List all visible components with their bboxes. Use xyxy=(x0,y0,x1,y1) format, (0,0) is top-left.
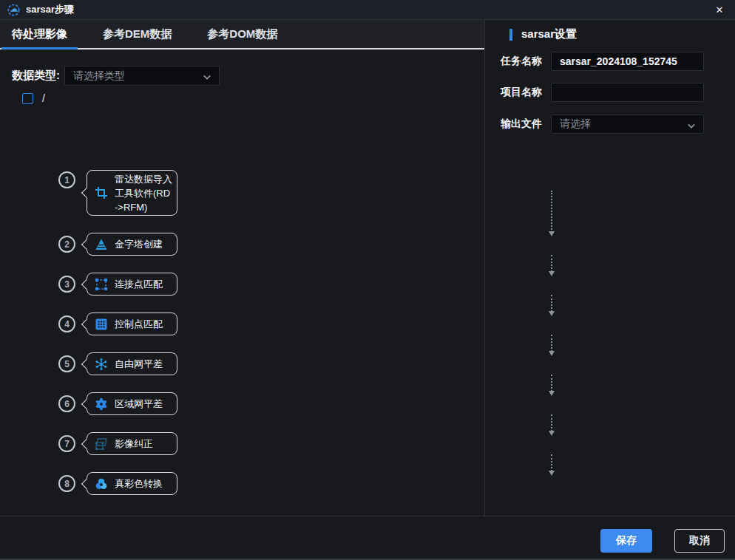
step-connector-arrow xyxy=(551,335,552,355)
crop-import-icon xyxy=(95,186,108,199)
step-pyramid-create[interactable]: 金字塔创建 xyxy=(87,233,177,256)
step-label: 影像纠正 xyxy=(115,437,153,451)
block-network-adjust-icon xyxy=(95,397,108,411)
step-block-network-adjust[interactable]: 区域网平差 xyxy=(87,392,177,415)
step-number-1: 1 xyxy=(58,171,75,188)
step-label: 真彩色转换 xyxy=(115,477,163,491)
step-label: 控制点匹配 xyxy=(115,317,163,331)
step-number-3: 3 xyxy=(58,276,75,293)
step-image-rectify[interactable]: 影像纠正 xyxy=(87,432,177,455)
workflow-steps: 1 雷达数据导入工具软件(RD->RFM) 2 金字塔创建 3 xyxy=(0,0,735,559)
step-number-7: 7 xyxy=(58,435,75,452)
step-free-network-adjust[interactable]: 自由网平差 xyxy=(87,352,177,375)
true-color-convert-icon xyxy=(95,477,108,491)
step-connector-arrow xyxy=(551,454,552,474)
step-label: 自由网平差 xyxy=(115,357,163,371)
tie-point-match-icon xyxy=(95,278,108,291)
step-label: 金字塔创建 xyxy=(115,237,163,251)
step-connector-arrow xyxy=(551,295,552,315)
step-connector-arrow xyxy=(551,255,552,275)
step-true-color-convert[interactable]: 真彩色转换 xyxy=(87,472,177,495)
save-button[interactable]: 保存 xyxy=(600,529,652,553)
step-label: 连接点匹配 xyxy=(115,277,163,291)
footer: 保存 取消 xyxy=(0,516,735,559)
step-connector-arrow xyxy=(551,191,552,235)
step-number-8: 8 xyxy=(58,475,75,492)
step-label: 区域网平差 xyxy=(115,397,163,411)
free-network-adjust-icon xyxy=(95,358,108,371)
step-number-5: 5 xyxy=(58,355,75,372)
step-number-4: 4 xyxy=(58,315,75,332)
step-connector-arrow xyxy=(551,375,552,395)
image-rectify-icon xyxy=(95,437,108,451)
sarsar-steps-dialog: sarsar步骤 ✕ 待处理影像 参考DEM数据 参考DOM数据 数据类型: 请… xyxy=(0,0,735,560)
step-number-2: 2 xyxy=(58,236,75,253)
pyramid-icon xyxy=(95,238,108,251)
step-radar-import[interactable]: 雷达数据导入工具软件(RD->RFM) xyxy=(87,170,177,216)
step-number-6: 6 xyxy=(58,395,75,412)
step-connector-arrow xyxy=(551,414,552,434)
cancel-button[interactable]: 取消 xyxy=(674,529,725,553)
step-control-point-match[interactable]: 控制点匹配 xyxy=(87,313,177,335)
step-tie-point-match[interactable]: 连接点匹配 xyxy=(87,273,177,296)
step-label: 雷达数据导入工具软件(RD->RFM) xyxy=(115,172,172,214)
control-point-match-icon xyxy=(95,318,108,331)
